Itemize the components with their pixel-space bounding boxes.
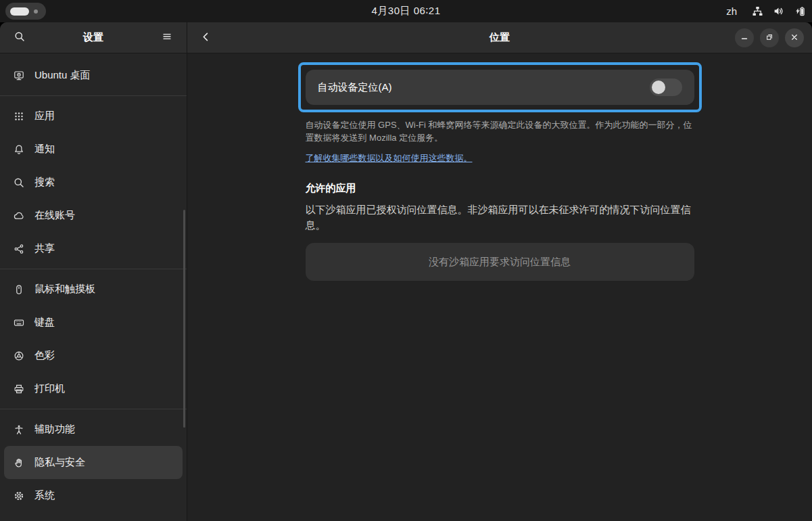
- maximize-icon: [765, 32, 774, 44]
- sidebar-item-label: 应用: [34, 110, 55, 122]
- keyboard-layout-indicator: zh: [726, 5, 737, 17]
- sidebar-item-accessibility[interactable]: 辅助功能: [4, 413, 183, 446]
- location-settings-content: 自动设备定位(A) 自动设备定位使用 GPS、Wi-Fi 和蜂窝网络等来源确定此…: [306, 53, 694, 281]
- network-icon: [752, 5, 763, 17]
- gear-icon: [14, 491, 24, 501]
- sidebar-item-label: 系统: [34, 489, 55, 502]
- sidebar-title: 设置: [83, 31, 103, 44]
- sidebar-item-notifications[interactable]: 通知: [4, 133, 183, 166]
- search-button[interactable]: [9, 28, 30, 48]
- close-button[interactable]: [785, 28, 804, 47]
- allowed-apps-description: 以下沙箱应用已授权访问位置信息。非沙箱应用可以在未征求许可的情况下访问位置信息。: [306, 202, 694, 233]
- volume-icon: [773, 5, 784, 17]
- hand-icon: [14, 457, 24, 468]
- sidebar-item-label: 在线账号: [34, 209, 75, 222]
- empty-apps-card: 没有沙箱应用要求访问位置信息: [306, 243, 694, 281]
- main-pane: 位置: [187, 22, 812, 521]
- main-header: 位置: [187, 22, 812, 53]
- sidebar-item-label: 搜索: [34, 176, 55, 189]
- auto-location-label: 自动设备定位(A): [318, 81, 392, 94]
- sidebar-item-label: 隐私与安全: [34, 456, 85, 469]
- printer-icon: [14, 384, 24, 394]
- sidebar-item-label: 通知: [34, 143, 55, 156]
- share-icon: [14, 244, 24, 254]
- hamburger-icon: [162, 31, 172, 44]
- sidebar-item-ubuntu-desktop[interactable]: Ubuntu 桌面: [4, 59, 183, 92]
- sidebar-item-privacy-security[interactable]: 隐私与安全: [4, 446, 183, 479]
- allowed-apps-heading: 允许的应用: [306, 182, 694, 195]
- sidebar-item-apps[interactable]: 应用: [4, 99, 183, 133]
- toggle-knob: [652, 81, 665, 94]
- sidebar-item-label: 鼠标和触摸板: [34, 283, 95, 296]
- auto-location-row[interactable]: 自动设备定位(A): [306, 70, 694, 105]
- sidebar-list: Ubuntu 桌面应用通知搜索在线账号共享鼠标和触摸板键盘色彩打印机辅助功能隐私…: [0, 53, 187, 512]
- sidebar-item-printers[interactable]: 打印机: [4, 372, 183, 405]
- sidebar-item-label: 色彩: [34, 349, 55, 362]
- learn-more-link[interactable]: 了解收集哪些数据以及如何使用这些数据。: [306, 152, 473, 164]
- color-wheel-icon: [14, 350, 24, 361]
- sidebar-item-color[interactable]: 色彩: [4, 339, 183, 372]
- sidebar-divider: [0, 269, 187, 269]
- sidebar-divider: [0, 95, 187, 96]
- page-title: 位置: [489, 31, 510, 44]
- battery-icon: [794, 5, 805, 17]
- sidebar-item-search[interactable]: 搜索: [4, 166, 183, 199]
- sidebar-item-label: 打印机: [34, 382, 65, 395]
- auto-location-toggle[interactable]: [650, 78, 682, 96]
- apps-grid-icon: [14, 111, 24, 122]
- clock[interactable]: 4月30日 06∶21: [0, 5, 812, 18]
- status-area[interactable]: zh: [726, 0, 805, 22]
- empty-apps-text: 没有沙箱应用要求访问位置信息: [429, 256, 571, 269]
- window-controls: [735, 28, 804, 47]
- keyboard-icon: [14, 317, 24, 328]
- search-icon: [14, 31, 25, 44]
- sidebar-scrollbar[interactable]: [183, 210, 185, 428]
- back-button[interactable]: [195, 28, 216, 48]
- maximize-button[interactable]: [760, 28, 779, 47]
- accessibility-icon: [14, 424, 24, 435]
- sidebar-item-mouse-touchpad[interactable]: 鼠标和触摸板: [4, 273, 183, 306]
- bell-icon: [14, 144, 24, 155]
- sidebar-divider: [0, 409, 187, 409]
- top-bar: 4月30日 06∶21 zh: [0, 0, 812, 22]
- sidebar-item-keyboard[interactable]: 键盘: [4, 306, 183, 339]
- close-icon: [790, 32, 799, 44]
- sidebar-item-label: Ubuntu 桌面: [34, 69, 91, 82]
- minimize-button[interactable]: [735, 28, 754, 47]
- sidebar: 设置 Ubuntu 桌面应用通知搜索在线账号共享鼠标和触摸板键盘色彩打印机辅助功…: [0, 22, 187, 521]
- sidebar-item-label: 共享: [34, 242, 55, 255]
- focus-highlight: 自动设备定位(A): [298, 62, 702, 112]
- sidebar-item-label: 辅助功能: [34, 423, 75, 436]
- cloud-icon: [14, 210, 24, 221]
- ubuntu-desktop-icon: [14, 70, 24, 81]
- sidebar-header: 设置: [0, 22, 187, 53]
- main-menu-button[interactable]: [157, 28, 177, 48]
- settings-window: 设置 Ubuntu 桌面应用通知搜索在线账号共享鼠标和触摸板键盘色彩打印机辅助功…: [0, 22, 812, 521]
- sidebar-item-system[interactable]: 系统: [4, 479, 183, 512]
- mouse-icon: [14, 284, 24, 295]
- chevron-left-icon: [200, 31, 212, 45]
- sidebar-item-online-accounts[interactable]: 在线账号: [4, 199, 183, 232]
- search-icon: [14, 177, 24, 188]
- sidebar-item-label: 键盘: [34, 316, 55, 329]
- minimize-icon: [740, 32, 749, 44]
- sidebar-item-sharing[interactable]: 共享: [4, 232, 183, 265]
- location-description: 自动设备定位使用 GPS、Wi-Fi 和蜂窝网络等来源确定此设备的大致位置。作为…: [306, 118, 694, 144]
